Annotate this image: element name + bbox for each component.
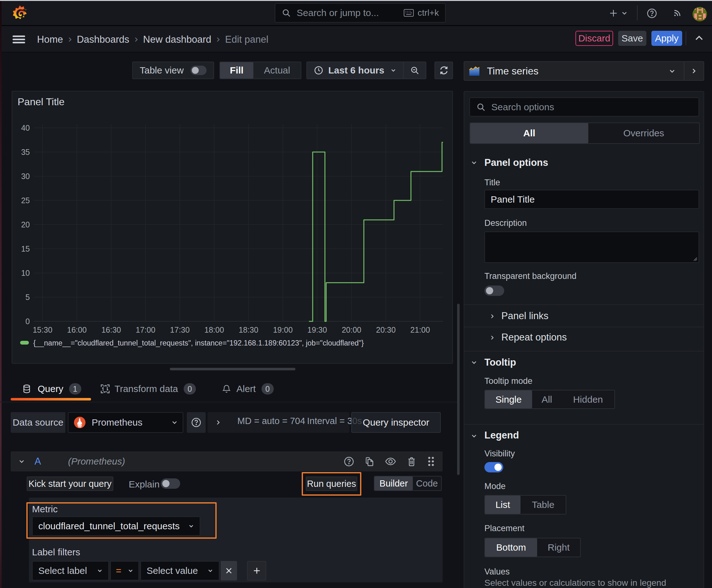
svg-text:25: 25 xyxy=(21,196,30,205)
svg-text:0: 0 xyxy=(25,317,30,326)
svg-text:17:00: 17:00 xyxy=(136,326,155,334)
svg-text:18:30: 18:30 xyxy=(239,326,258,334)
svg-text:21:00: 21:00 xyxy=(410,326,430,334)
svg-text:40: 40 xyxy=(21,123,30,132)
svg-text:35: 35 xyxy=(21,148,30,156)
svg-text:16:00: 16:00 xyxy=(67,326,87,334)
svg-text:{__name__="cloudflared_tunnel_: {__name__="cloudflared_tunnel_total_requ… xyxy=(33,339,364,347)
svg-text:10: 10 xyxy=(21,269,30,277)
svg-text:15:30: 15:30 xyxy=(33,326,52,334)
svg-text:16:30: 16:30 xyxy=(102,326,121,334)
svg-text:19:00: 19:00 xyxy=(273,326,293,334)
svg-text:5: 5 xyxy=(25,293,30,301)
svg-text:30: 30 xyxy=(21,172,30,181)
svg-text:18:00: 18:00 xyxy=(204,326,224,334)
svg-text:20:00: 20:00 xyxy=(342,326,361,334)
svg-text:17:30: 17:30 xyxy=(170,326,190,334)
svg-text:19:30: 19:30 xyxy=(307,326,327,334)
svg-text:15: 15 xyxy=(21,244,30,253)
svg-text:20: 20 xyxy=(21,220,30,229)
svg-text:20:30: 20:30 xyxy=(376,326,396,334)
